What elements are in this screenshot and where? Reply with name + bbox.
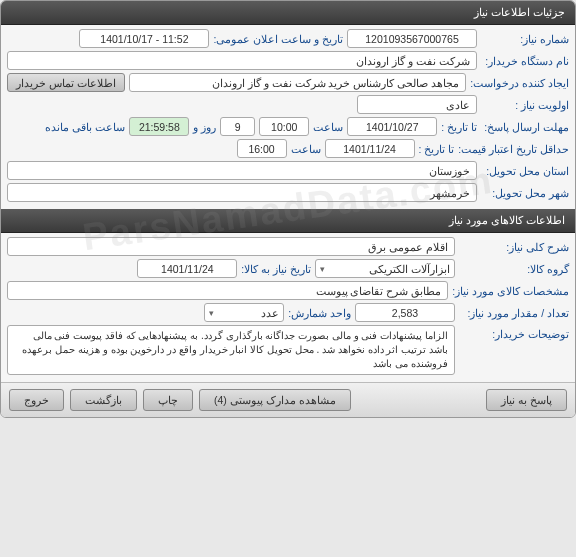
buyer-org-label: نام دستگاه خریدار: [481, 55, 569, 67]
unit-label: واحد شمارش: [288, 307, 351, 319]
spec-label: مشخصات کالای مورد نیاز: [452, 285, 569, 297]
footer-bar: پاسخ به نیاز مشاهده مدارک پیوستی (4) چاپ… [1, 382, 575, 417]
to-date-label: تا تاریخ : [441, 121, 477, 133]
qty-label: تعداد / مقدار مورد نیاز: [459, 307, 569, 319]
main-container: جزئیات اطلاعات نیاز شماره نیاز: 12010935… [0, 0, 576, 418]
notes-label: توضیحات خریدار: [459, 325, 569, 340]
countdown-field: 21:59:58 [129, 117, 189, 136]
priority-label: اولویت نیاز : [481, 99, 569, 111]
validity-date-field: 1401/11/24 [325, 139, 415, 158]
days-remain-field: 9 [220, 117, 255, 136]
attachments-button[interactable]: مشاهده مدارک پیوستی (4) [199, 389, 351, 411]
notes-field: الزاما پیشنهادات فنی و مالی بصورت جداگان… [7, 325, 455, 375]
announce-field: 1401/10/17 - 11:52 [79, 29, 209, 48]
validity-label: حداقل تاریخ اعتبار قیمت: [458, 143, 569, 155]
need-by-label: تاریخ نیاز به کالا: [241, 263, 311, 275]
section1-header: جزئیات اطلاعات نیاز [1, 1, 575, 25]
deadline-time-field: 10:00 [259, 117, 309, 136]
desc-label: شرح کلی نیاز: [459, 241, 569, 253]
qty-field: 2,583 [355, 303, 455, 322]
close-button[interactable]: خروج [9, 389, 64, 411]
need-number-field: 1201093567000765 [347, 29, 477, 48]
section1-body: شماره نیاز: 1201093567000765 تاریخ و ساع… [1, 25, 575, 209]
need-number-label: شماره نیاز: [481, 33, 569, 45]
back-button[interactable]: بازگشت [70, 389, 137, 411]
respond-button[interactable]: پاسخ به نیاز [486, 389, 567, 411]
section2-body: شرح کلی نیاز: اقلام عمومی برق گروه کالا:… [1, 233, 575, 382]
section2-header: اطلاعات کالاهای مورد نیاز [1, 209, 575, 233]
time-label-2: ساعت [291, 143, 321, 155]
buyer-org-field: شرکت نفت و گاز اروندان [7, 51, 477, 70]
validity-time-field: 16:00 [237, 139, 287, 158]
print-button[interactable]: چاپ [143, 389, 193, 411]
deadline-label: مهلت ارسال پاسخ: [481, 121, 569, 133]
requester-field: مجاهد صالحی کارشناس خرید شرکت نفت و گاز … [129, 73, 466, 92]
need-by-field: 1401/11/24 [137, 259, 237, 278]
spec-field: مطابق شرح تقاضای پیوست [7, 281, 448, 300]
city-field: خرمشهر [7, 183, 477, 202]
group-label: گروه کالا: [459, 263, 569, 275]
to-date-label-2: تا تاریخ : [419, 143, 455, 155]
province-label: استان محل تحویل: [481, 165, 569, 177]
days-word: روز و [193, 121, 216, 133]
group-dropdown[interactable]: ابزارآلات الکتریکی [315, 259, 455, 278]
priority-field: عادی [357, 95, 477, 114]
time-label-1: ساعت [313, 121, 343, 133]
city-label: شهر محل تحویل: [481, 187, 569, 199]
desc-field: اقلام عمومی برق [7, 237, 455, 256]
unit-dropdown[interactable]: عدد [204, 303, 284, 322]
deadline-date-field: 1401/10/27 [347, 117, 437, 136]
announce-label: تاریخ و ساعت اعلان عمومی: [213, 33, 343, 45]
contact-button[interactable]: اطلاعات تماس خریدار [7, 73, 125, 92]
province-field: خوزستان [7, 161, 477, 180]
requester-label: ایجاد کننده درخواست: [470, 77, 569, 89]
remain-word: ساعت باقی مانده [45, 121, 125, 133]
